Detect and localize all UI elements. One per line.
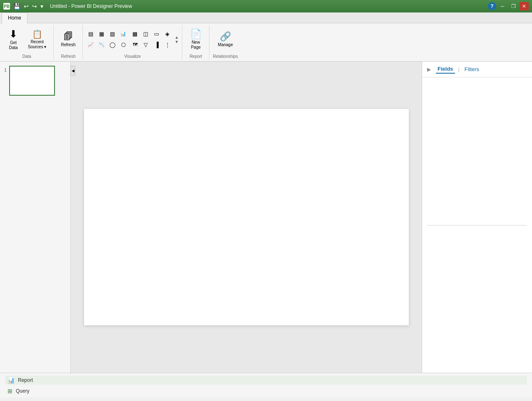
viz-line-chart-icon[interactable]: 📈 [86,40,95,49]
report-group-buttons: 📄 NewPage [186,25,206,54]
viz-scroll-up[interactable]: ▲ [174,35,179,40]
tab-filters[interactable]: Filters [463,65,481,73]
main-layout: ◀ 1 ▶ Fields | Filters [0,62,532,373]
app-icon: PB [3,3,10,10]
viz-stacked-bar-icon[interactable]: ▤ [86,29,95,38]
ribbon-group-visualize: ▤ ▦ ▧ 📊 📈 📉 ◯ ⬡ ▩ ◫ ▭ ◈ 🗺 ▽ [83,25,182,59]
ribbon-group-refresh: 🗐 Refresh Refresh [54,25,83,59]
page-thumbnail-1[interactable] [9,66,55,96]
visualize-icons-container: ▤ ▦ ▧ 📊 📈 📉 ◯ ⬡ ▩ ◫ ▭ ◈ 🗺 ▽ [86,25,179,54]
new-page-button[interactable]: 📄 NewPage [186,25,206,54]
viz-bar-chart-icon[interactable]: 📊 [119,29,128,38]
viz-gauge-icon[interactable]: ◈ [163,29,172,38]
viz-more-icon[interactable]: ⋮ [163,40,172,49]
report-group-label: Report [189,54,202,59]
viz-card-icon[interactable]: ▭ [152,29,161,38]
right-panel: ▶ Fields | Filters [422,62,532,373]
quick-access-toolbar: 💾 ↩ ↪ ▾ [12,3,44,10]
page-thumbnails: 1 [0,62,70,373]
get-data-label: GetData [9,40,17,50]
refresh-label: Refresh [61,42,75,47]
ribbon-content: ⬇ GetData 📋 RecentSources ▾ Data 🗐 Refre… [0,23,532,61]
refresh-group-label: Refresh [61,54,75,59]
manage-button[interactable]: 🔗 Manage [214,25,236,54]
canvas-area [71,62,422,373]
viz-scatter-icon[interactable]: ◯ [108,40,117,49]
tab-home[interactable]: Home [2,12,27,23]
right-panel-tabs: ▶ Fields | Filters [422,62,532,77]
title-bar: PB 💾 ↩ ↪ ▾ Untitled - Power BI Designer … [0,0,532,12]
minimize-button[interactable]: ─ [498,2,507,10]
get-data-icon: ⬇ [9,29,17,39]
report-canvas[interactable] [84,109,409,325]
data-group-buttons: ⬇ GetData 📋 RecentSources ▾ [3,25,50,54]
visualize-group-label: Visualize [124,54,141,59]
bottom-nav: 📊 Report ⊞ Query [0,373,532,398]
viz-scroll-down[interactable]: ▼ [174,40,179,44]
get-data-button[interactable]: ⬇ GetData [3,25,23,54]
nav-report[interactable]: 📊 Report [5,376,527,385]
viz-100pct-bar-icon[interactable]: ▧ [108,29,117,38]
help-button[interactable]: ? [488,2,496,10]
viz-icon-grid-2: ▩ ◫ ▭ ◈ 🗺 ▽ ▐ ⋮ [130,29,173,50]
save-quick-btn[interactable]: 💾 [12,3,21,10]
new-page-label: NewPage [191,40,201,50]
window-controls: ? ─ ❐ ✕ [488,2,529,10]
refresh-icon: 🗐 [64,32,73,41]
refresh-button[interactable]: 🗐 Refresh [57,25,79,54]
redo-quick-btn[interactable]: ↪ [31,3,38,10]
undo-quick-btn[interactable]: ↩ [23,3,30,10]
ribbon-group-report: 📄 NewPage Report [182,25,209,59]
close-button[interactable]: ✕ [520,2,529,10]
viz-waterfall-icon[interactable]: ▐ [152,40,161,49]
window-title: Untitled - Power BI Designer Preview [50,3,132,9]
viz-table-icon[interactable]: ▩ [130,29,139,38]
report-nav-label: Report [18,377,33,383]
ribbon-group-relationships: 🔗 Manage Relationships [209,25,241,59]
ribbon-group-data: ⬇ GetData 📋 RecentSources ▾ Data [0,25,54,59]
nav-query[interactable]: ⊞ Query [5,386,527,396]
viz-map-icon[interactable]: 🗺 [130,40,139,49]
restore-button[interactable]: ❐ [509,2,518,10]
viz-area-chart-icon[interactable]: 📉 [97,40,106,49]
tab-divider: | [458,67,460,72]
manage-icon: 🔗 [220,32,231,41]
query-nav-icon: ⊞ [7,388,12,394]
data-group-label: Data [22,54,31,59]
title-bar-left: PB 💾 ↩ ↪ ▾ Untitled - Power BI Designer … [3,3,132,10]
ribbon-tabs: Home [0,12,532,23]
manage-label: Manage [218,42,233,47]
new-page-icon: 📄 [190,30,201,39]
viz-funnel-icon[interactable]: ▽ [141,40,150,49]
recent-sources-icon: 📋 [32,30,42,38]
right-panel-collapse-icon[interactable]: ▶ [427,67,431,72]
right-panel-separator [427,225,527,225]
refresh-group-buttons: 🗐 Refresh [57,25,79,54]
pages-panel: ◀ 1 [0,62,71,373]
recent-sources-button[interactable]: 📋 RecentSources ▾ [24,25,50,54]
relationships-group-label: Relationships [213,54,238,59]
viz-pie-icon[interactable]: ⬡ [119,40,128,49]
collapse-panel-button[interactable]: ◀ [70,66,75,76]
viz-clustered-bar-icon[interactable]: ▦ [97,29,106,38]
viz-matrix-icon[interactable]: ◫ [141,29,150,38]
right-panel-content [422,77,532,373]
page-item-1: 1 [4,66,66,96]
viz-scroll-buttons: ▲ ▼ [174,35,179,44]
relationships-group-buttons: 🔗 Manage [214,25,236,54]
report-nav-icon: 📊 [7,377,15,384]
query-nav-label: Query [16,388,30,394]
tab-fields[interactable]: Fields [436,65,455,74]
viz-icon-grid: ▤ ▦ ▧ 📊 📈 📉 ◯ ⬡ [86,29,129,50]
recent-sources-label: RecentSources ▾ [28,40,46,50]
ribbon: ⬇ GetData 📋 RecentSources ▾ Data 🗐 Refre… [0,23,532,62]
page-number-1: 1 [4,67,7,72]
qa-dropdown-btn[interactable]: ▾ [40,3,44,10]
